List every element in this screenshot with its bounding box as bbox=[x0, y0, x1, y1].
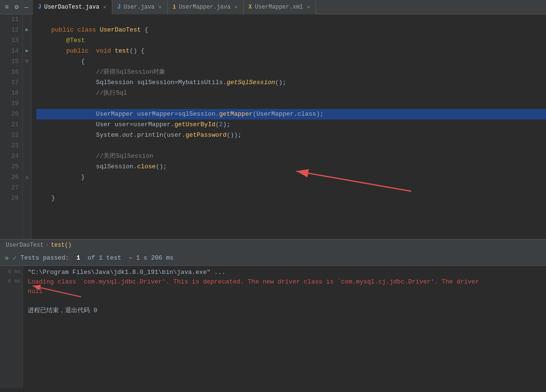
line-number-20: 20 bbox=[4, 109, 19, 120]
console-timing-row bbox=[0, 305, 22, 315]
gutter-row-21 bbox=[23, 120, 31, 130]
line-number-25: 25 bbox=[4, 162, 19, 172]
code-line-12: public class UserDaoTest { bbox=[36, 25, 546, 35]
tab-icon: J bbox=[38, 4, 41, 11]
tab-icon: X bbox=[249, 4, 252, 11]
code-token: class bbox=[77, 26, 96, 33]
code-token: ); bbox=[223, 121, 230, 128]
breadcrumb-separator: › bbox=[45, 242, 49, 249]
code-token: UserMapper bbox=[96, 110, 133, 118]
line-number-12: 12 bbox=[4, 25, 19, 35]
code-line-23 bbox=[36, 141, 546, 151]
code-token: void bbox=[96, 47, 111, 54]
line-number-15: 15 bbox=[4, 56, 19, 67]
breadcrumb: UserDaoTest › test() bbox=[0, 239, 546, 250]
tab-userdaotest[interactable]: JUserDaoTest.java✕ bbox=[33, 0, 112, 14]
code-token: SqlSession bbox=[96, 79, 133, 86]
code-line-21: User user=userMapper.getUserById(2); bbox=[36, 120, 546, 130]
gutter-row-12: ▶ bbox=[23, 25, 31, 35]
code-token bbox=[36, 26, 51, 33]
code-token: () { bbox=[130, 47, 144, 54]
console-line: Loading class `com.mysql.jdbc.Driver'. T… bbox=[28, 277, 541, 287]
code-token: //执行Sql bbox=[96, 89, 127, 97]
code-token: test bbox=[115, 47, 130, 54]
gutter-icon-26[interactable]: △ bbox=[25, 172, 28, 183]
code-token: getMapper bbox=[219, 110, 252, 118]
code-token: User bbox=[96, 121, 111, 128]
line-number-27: 27 bbox=[4, 183, 19, 193]
gutter-icon-15[interactable]: ▽ bbox=[25, 56, 28, 67]
console-line: "C:\Program Files\Java\jdk1.8.0_191\bin\… bbox=[28, 268, 541, 277]
line-numbers: 111213141516171819202122232425262728 bbox=[0, 14, 23, 239]
code-token: getSqlSession bbox=[227, 79, 275, 86]
code-token: getUserById bbox=[175, 121, 216, 128]
code-token: UserMapper bbox=[256, 110, 294, 118]
minimize-icon[interactable]: — bbox=[22, 2, 30, 12]
settings-icon[interactable]: ⚙ bbox=[12, 2, 20, 12]
code-token: (); bbox=[156, 163, 167, 170]
line-number-22: 22 bbox=[4, 130, 19, 141]
code-token: } bbox=[36, 195, 55, 202]
line-number-24: 24 bbox=[4, 151, 19, 162]
code-line-22: System.out.println(user.getPassword()); bbox=[36, 130, 546, 141]
tabs-container: JUserDaoTest.java✕JUser.java✕iUserMapper… bbox=[33, 0, 316, 14]
code-token: ()); bbox=[227, 131, 241, 139]
code-token: @Test bbox=[66, 37, 85, 44]
code-content[interactable]: public class UserDaoTest { @Test public … bbox=[32, 14, 546, 239]
expand-icon[interactable]: » bbox=[5, 254, 9, 262]
console-line: 进程已结束，退出代码 0 bbox=[28, 306, 541, 316]
code-token: public bbox=[66, 47, 88, 54]
code-token bbox=[96, 26, 100, 33]
code-token: getPassword bbox=[186, 131, 227, 139]
code-token: 2 bbox=[219, 121, 223, 128]
code-token: public bbox=[51, 26, 74, 33]
line-number-28: 28 bbox=[4, 193, 19, 204]
code-token: { bbox=[36, 58, 85, 65]
menu-icon[interactable]: ≡ bbox=[3, 2, 11, 12]
code-line-15: { bbox=[36, 56, 546, 67]
console-line bbox=[28, 296, 541, 306]
code-editor: 111213141516171819202122232425262728 ▶▶▽… bbox=[0, 14, 546, 239]
gutter-row-11 bbox=[23, 14, 31, 25]
console-timing-row bbox=[0, 295, 22, 305]
gutter-icon-12[interactable]: ▶ bbox=[25, 25, 28, 35]
tab-close[interactable]: ✕ bbox=[102, 3, 108, 11]
tab-close[interactable]: ✕ bbox=[306, 3, 311, 11]
tab-icon: i bbox=[173, 4, 176, 11]
code-token bbox=[36, 152, 96, 160]
tab-user[interactable]: JUser.java✕ bbox=[112, 0, 168, 14]
code-token: userMapper=sqlSession. bbox=[133, 110, 219, 118]
tab-close[interactable]: ✕ bbox=[233, 3, 239, 11]
code-line-18: //执行Sql bbox=[36, 88, 546, 98]
code-token: //获得SqlSession对象 bbox=[96, 68, 166, 76]
line-number-19: 19 bbox=[4, 98, 19, 109]
code-token bbox=[88, 47, 96, 54]
tab-usermapper[interactable]: iUserMapper.java✕ bbox=[168, 0, 244, 14]
code-token: UserDaoTest bbox=[100, 26, 141, 33]
tab-label: UserMapper.xml bbox=[255, 4, 303, 11]
console-area: 6 ms6 ms "C:\Program Files\Java\jdk1.8.0… bbox=[0, 266, 546, 388]
tab-label: User.java bbox=[124, 4, 155, 11]
test-label: Tests passed: 1 of 1 test – 1 s 206 ms bbox=[21, 254, 174, 261]
code-line-28: } bbox=[36, 193, 546, 204]
code-token bbox=[36, 68, 96, 76]
code-line-25: sqlSession.close(); bbox=[36, 162, 546, 172]
tab-icon: J bbox=[117, 4, 120, 11]
line-number-23: 23 bbox=[4, 141, 19, 151]
tab-bar: ≡ ⚙ — JUserDaoTest.java✕JUser.java✕iUser… bbox=[0, 0, 546, 14]
tab-close[interactable]: ✕ bbox=[157, 3, 163, 11]
toolbar-left: ≡ ⚙ — bbox=[0, 2, 33, 12]
code-line-17: SqlSession sqlSession=MybatisUtils.getSq… bbox=[36, 77, 546, 88]
tab-usermapperxml[interactable]: XUserMapper.xml✕ bbox=[244, 0, 317, 14]
code-token bbox=[74, 26, 77, 33]
gutter-row-25 bbox=[23, 162, 31, 172]
gutter-row-15: ▽ bbox=[23, 56, 31, 67]
console-timing-row: 6 ms bbox=[0, 267, 22, 276]
code-line-20: UserMapper userMapper=sqlSession.getMapp… bbox=[36, 109, 546, 120]
code-token: } bbox=[36, 174, 85, 181]
gutter-row-22 bbox=[23, 130, 31, 141]
gutter-icon-14[interactable]: ▶ bbox=[25, 46, 28, 56]
code-token: (); bbox=[275, 79, 286, 86]
code-token bbox=[36, 110, 96, 118]
gutter-row-18 bbox=[23, 88, 31, 98]
